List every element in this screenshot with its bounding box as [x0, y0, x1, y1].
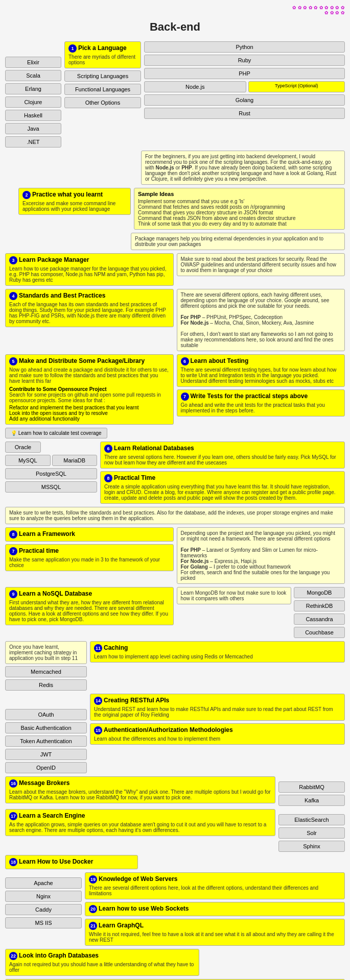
- nosql-rethinkdb: RethinkDB: [294, 600, 345, 611]
- section-num-9: 9: [9, 590, 17, 598]
- search-solr: Solr: [278, 827, 345, 839]
- section-num-t7: 7: [181, 393, 189, 401]
- contribute-item-1: Refactor and implement the best practice…: [9, 405, 170, 410]
- auth-body: Learn about the differences and how to i…: [94, 736, 341, 742]
- docker-box: 18Learn How to Use Docker: [5, 855, 138, 869]
- graph-db-body: Again not required but you should have a…: [9, 962, 195, 973]
- learn-framework-box: 8Learn a Framework: [5, 527, 174, 542]
- auth-jwt: JWT: [5, 749, 87, 760]
- section-num-18: 18: [9, 858, 17, 866]
- lang-haskell: Haskell: [5, 110, 61, 121]
- functional-languages: Functional Languages: [64, 84, 141, 95]
- pick-language-title: Pick a Language: [78, 44, 127, 52]
- restful-body: Understand REST and learn how to make RE…: [94, 706, 341, 718]
- lang-python: Python: [144, 41, 345, 53]
- testing-options-hint: There are several different options, eac…: [177, 289, 345, 351]
- section-num-16: 16: [9, 779, 17, 788]
- section-num-p8: 8: [104, 474, 112, 482]
- web-servers-title: Knowledge of Web Servers: [99, 875, 177, 883]
- practical-8-title: Practical Time: [114, 474, 155, 481]
- section-num-1: 1: [68, 44, 77, 53]
- relational-db-title: Learn Relational Databases: [114, 445, 194, 452]
- caching-box: 11Caching Learn how to implement app lev…: [90, 641, 345, 663]
- beginner-hint: For the beginners, if you are just getti…: [141, 151, 345, 185]
- section-num-14: 14: [94, 697, 102, 705]
- websockets-title: Learn how to use Web Sockets: [99, 905, 189, 912]
- other-options: Other Options: [64, 97, 141, 108]
- section-num-5: 5: [9, 357, 17, 365]
- section-num-21: 21: [89, 922, 97, 930]
- lang-rust: Rust: [144, 108, 345, 119]
- auth-openid: OpenID: [5, 762, 87, 773]
- caching-hint: Once you have learnt, implement caching …: [5, 641, 87, 664]
- write-tests-title: Write Tests for the practical steps abov…: [191, 393, 308, 400]
- practical-7-title: Practical time: [19, 547, 59, 554]
- db-postgresql: PostgreSQL: [5, 468, 97, 479]
- section-num-4: 4: [9, 292, 17, 300]
- practical-8-box: 8Practical Time Create a simple applicat…: [100, 471, 345, 504]
- lang-clojure: Clojure: [5, 96, 61, 108]
- lang-net: .NET: [5, 136, 61, 148]
- search-sphinx: Sphinx: [278, 841, 345, 852]
- message-brokers-box: 16Message Brokers Learn about the messag…: [5, 776, 275, 803]
- auth-box: 15Authentication/Authorization Methodolo…: [90, 723, 345, 745]
- web-servers-box: 19Knowledge of Web Servers There are sev…: [85, 872, 345, 899]
- contribute-body: Search for some projects on github and o…: [9, 392, 170, 403]
- relational-db-body: There are several options here. However …: [104, 454, 341, 465]
- mongodb-hint: Learn MongoDB for now but make sure to l…: [177, 587, 292, 604]
- section-num-15: 15: [94, 726, 102, 734]
- websockets-box: 20Learn how to use Web Sockets: [85, 902, 345, 916]
- pick-language-body: There are myriads of different options: [68, 54, 137, 65]
- section-num-2: 2: [22, 191, 31, 199]
- relational-db-box: 6Learn Relational Databases There are se…: [100, 442, 345, 469]
- make-distribute-box: 5Make and Distribute Some Package/Librar…: [5, 354, 174, 425]
- auth-token: Token Authentication: [5, 736, 87, 747]
- auth-basic: Basic Authentication: [5, 722, 87, 733]
- broker-rabbitmq: RabbitMQ: [278, 781, 345, 793]
- graphql-box: 21Learn GraphQL While it is not required…: [85, 919, 345, 946]
- db-mariadb: MariaDB: [52, 455, 98, 466]
- nosql-body: First understand what they are, how they…: [9, 600, 170, 622]
- learn-package-body: Learn how to use package manager for the…: [9, 266, 170, 283]
- auth-title: Authentication/Authorization Methodologi…: [104, 726, 233, 733]
- framework-hint: Depending upon the project and the langu…: [177, 527, 345, 584]
- package-manager-hint: Package managers help you bring external…: [131, 233, 345, 250]
- section-num-t6: 6: [181, 357, 189, 365]
- message-brokers-body: Learn about the message brokers, underst…: [9, 789, 271, 800]
- section-num-19: 19: [89, 875, 97, 884]
- restful-title: Creating RESTful APIs: [104, 697, 169, 704]
- write-tests-body: Go ahead and write the unit tests for th…: [181, 402, 341, 413]
- standards-body: Each of the language has its own standar…: [9, 302, 170, 324]
- ws-apache: Apache: [5, 877, 82, 889]
- section-num-f8: 8: [9, 530, 17, 538]
- sample-idea-5: Think of some task that you do every day…: [138, 221, 341, 227]
- section-num-3: 3: [9, 256, 17, 264]
- search-engine-title: Learn a Search Engine: [19, 812, 85, 819]
- section-num-6: 6: [104, 445, 112, 453]
- caching-body: Learn how to implement app level caching…: [94, 654, 341, 659]
- learn-package-title: Learn Package Manager: [19, 256, 89, 263]
- docker-title: Learn How to Use Docker: [19, 858, 93, 865]
- practice-box: 2Practice what you learnt Excercise and …: [18, 188, 131, 215]
- top-icons: ✿ ✿ ✿ ✿ ✿ ✿ ✿ ✿ ✿ ✿ ✿ ✿ ✿ ✿: [5, 5, 345, 15]
- sample-idea-4: Command that reads JSON from above and c…: [138, 215, 341, 221]
- practice-title: Practice what you learnt: [32, 191, 103, 198]
- test-coverage-pill: 💡 Learn how to calculate test coverage: [5, 428, 107, 438]
- sample-idea-2: Command that fetches and saves reddit po…: [138, 204, 341, 210]
- cache-redis: Redis: [5, 679, 87, 691]
- standards-box: 4Standards and Best Practices Each of th…: [5, 289, 174, 327]
- learn-testing-box: 6Learn about Testing There are several d…: [177, 354, 345, 387]
- sample-idea-3: Command that gives you directory structu…: [138, 210, 341, 215]
- learn-package-box: 3Learn Package Manager Learn how to use …: [5, 253, 174, 286]
- section-num-20: 20: [89, 905, 97, 913]
- section-num-22: 22: [9, 952, 17, 960]
- web-servers-body: There are several different options here…: [89, 885, 341, 896]
- auth-oauth: OAuth: [5, 709, 87, 720]
- lang-typescript: TypeScript (Optional): [248, 81, 345, 92]
- db-mysql: MySQL: [5, 455, 51, 466]
- practical-7-body: Make the same application you made in 3 …: [9, 557, 170, 568]
- learn-testing-body: There are several different testing type…: [181, 367, 341, 384]
- lang-ruby: Ruby: [144, 55, 345, 66]
- make-distribute-title: Make and Distribute Some Package/Library: [19, 357, 145, 364]
- db-oracle: Oracle: [5, 442, 41, 453]
